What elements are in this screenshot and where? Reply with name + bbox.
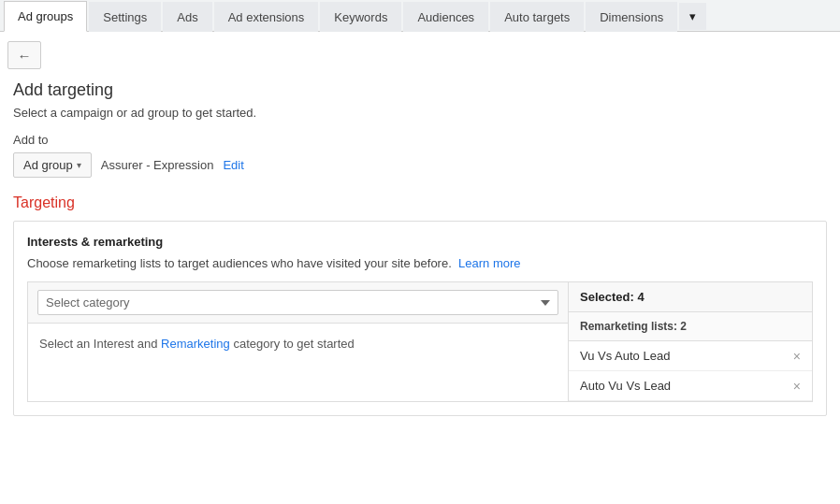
category-header: Select category bbox=[28, 282, 568, 324]
tab-settings[interactable]: Settings bbox=[89, 2, 161, 32]
main-content: Add targeting Select a campaign or ad gr… bbox=[0, 77, 840, 429]
back-arrow-icon: ← bbox=[18, 48, 32, 64]
back-button[interactable]: ← bbox=[7, 41, 41, 69]
selected-item-0-name: Vu Vs Auto Lead bbox=[580, 349, 670, 363]
edit-link[interactable]: Edit bbox=[223, 158, 243, 172]
left-content: Select an Interest and Remarketing categ… bbox=[28, 324, 568, 364]
add-to-row: Ad group ▾ Assurer - Expression Edit bbox=[13, 152, 827, 178]
tab-bar: Ad groups Settings Ads Ad extensions Key… bbox=[0, 0, 840, 32]
remarketing-link[interactable]: Remarketing bbox=[161, 337, 230, 351]
selected-header: Selected: 4 bbox=[569, 282, 812, 312]
tab-ad-extensions[interactable]: Ad extensions bbox=[214, 2, 319, 32]
category-select[interactable]: Select category bbox=[37, 290, 558, 315]
selected-item-1-name: Auto Vu Vs Lead bbox=[580, 379, 671, 393]
interests-desc-text: Choose remarketing lists to target audie… bbox=[27, 256, 452, 270]
campaign-name: Assurer - Expression bbox=[101, 158, 214, 172]
tab-dimensions[interactable]: Dimensions bbox=[586, 2, 677, 32]
back-btn-area: ← bbox=[0, 32, 840, 77]
tab-keywords[interactable]: Keywords bbox=[320, 2, 401, 32]
subtitle-text: Select a campaign or ad group to get sta… bbox=[13, 106, 827, 120]
page-title: Add targeting bbox=[13, 80, 827, 100]
selected-items-scroll[interactable]: Remarketing lists: 2 Vu Vs Auto Lead × A… bbox=[569, 312, 812, 401]
selected-item-1: Auto Vu Vs Lead × bbox=[569, 371, 812, 401]
tab-more-button[interactable]: ▾ bbox=[679, 3, 706, 30]
dropdown-arrow-icon: ▾ bbox=[77, 160, 81, 170]
tab-audiences[interactable]: Audiences bbox=[403, 2, 488, 32]
right-column: Selected: 4 Remarketing lists: 2 Vu Vs A… bbox=[569, 282, 812, 401]
targeting-box: Interests & remarketing Choose remarketi… bbox=[13, 221, 827, 416]
left-column: Select category Select an Interest and R… bbox=[28, 282, 569, 401]
ad-group-dropdown[interactable]: Ad group ▾ bbox=[13, 152, 92, 178]
targeting-section-title: Targeting bbox=[13, 194, 827, 211]
add-to-label: Add to bbox=[13, 133, 827, 147]
learn-more-link[interactable]: Learn more bbox=[458, 256, 520, 270]
ad-group-dropdown-label: Ad group bbox=[23, 158, 73, 172]
left-content-text: Select an Interest and Remarketing categ… bbox=[39, 337, 355, 351]
remarketing-lists-label: Remarketing lists: 2 bbox=[569, 312, 812, 341]
selected-item-0: Vu Vs Auto Lead × bbox=[569, 341, 812, 371]
tab-auto-targets[interactable]: Auto targets bbox=[490, 2, 584, 32]
tab-ad-groups[interactable]: Ad groups bbox=[4, 1, 87, 32]
targeting-columns: Select category Select an Interest and R… bbox=[27, 281, 813, 402]
interests-desc: Choose remarketing lists to target audie… bbox=[27, 256, 813, 270]
tab-ads[interactable]: Ads bbox=[163, 2, 211, 32]
remove-item-1-button[interactable]: × bbox=[793, 380, 801, 393]
interests-title: Interests & remarketing bbox=[27, 235, 813, 249]
remove-item-0-button[interactable]: × bbox=[793, 350, 801, 363]
